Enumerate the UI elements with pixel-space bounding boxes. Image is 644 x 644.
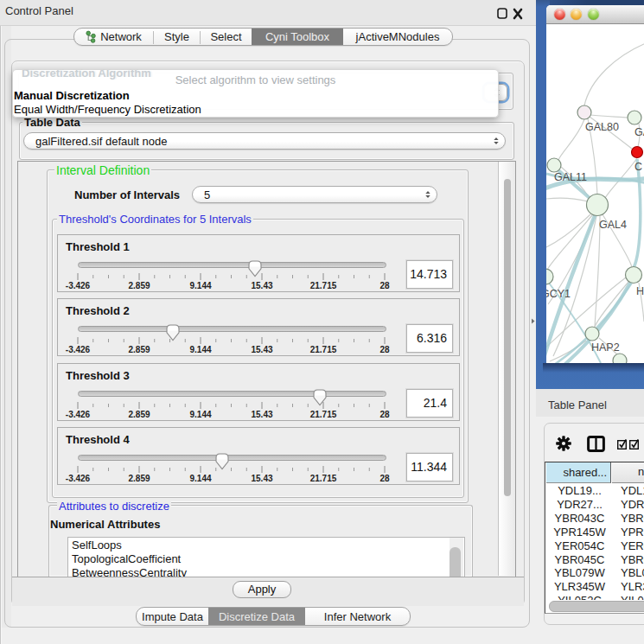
svg-text:GAL11: GAL11 xyxy=(554,171,587,183)
svg-text:C: C xyxy=(634,161,642,173)
svg-text:GCY1: GCY1 xyxy=(546,288,571,300)
svg-text:GAL4: GAL4 xyxy=(599,219,627,231)
svg-text:HAP2: HAP2 xyxy=(591,341,620,354)
svg-text:H: H xyxy=(636,285,644,297)
svg-text:GA: GA xyxy=(634,126,644,138)
svg-text:GAL80: GAL80 xyxy=(585,121,619,133)
